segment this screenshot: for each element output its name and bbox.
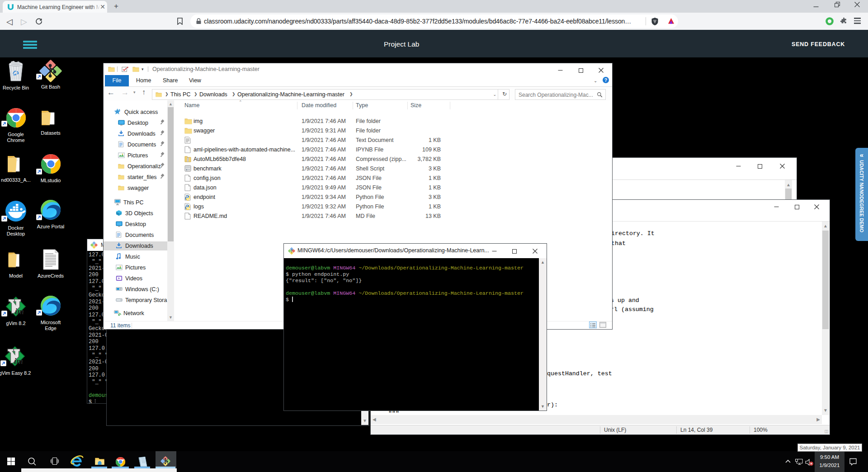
svg-text:im: im [14, 356, 23, 366]
svg-text:im: im [15, 307, 24, 316]
